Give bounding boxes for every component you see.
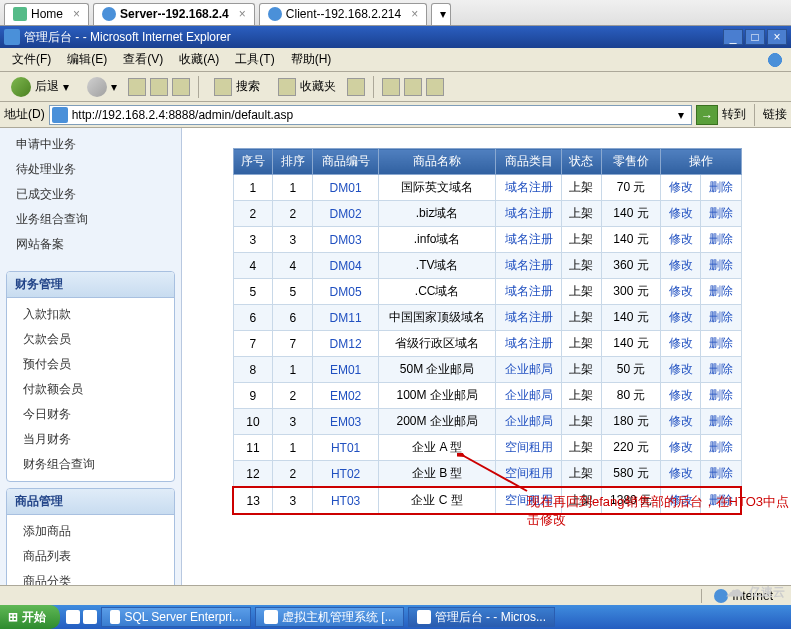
product-code-link[interactable]: DM11: [313, 305, 379, 331]
minimize-button[interactable]: _: [723, 29, 743, 45]
history-icon[interactable]: [347, 78, 365, 96]
menu-file[interactable]: 文件(F): [4, 49, 59, 70]
delete-link[interactable]: 删除: [701, 305, 741, 331]
edit-link[interactable]: 修改: [661, 175, 701, 201]
category-link[interactable]: 域名注册: [496, 279, 562, 305]
task-item[interactable]: SQL Server Enterpri...: [101, 607, 251, 627]
sidebar-item[interactable]: 添加商品: [7, 519, 174, 544]
search-button[interactable]: 搜索: [207, 75, 267, 99]
favorites-button[interactable]: 收藏夹: [271, 75, 343, 99]
delete-link[interactable]: 删除: [701, 461, 741, 488]
sidebar-item[interactable]: 商品列表: [7, 544, 174, 569]
category-link[interactable]: 域名注册: [496, 201, 562, 227]
category-link[interactable]: 企业邮局: [496, 383, 562, 409]
product-code-link[interactable]: HT03: [313, 487, 379, 514]
sidebar-item[interactable]: 已成交业务: [0, 182, 181, 207]
edit-link[interactable]: 修改: [661, 227, 701, 253]
product-code-link[interactable]: DM05: [313, 279, 379, 305]
edit-link[interactable]: 修改: [661, 305, 701, 331]
address-dropdown[interactable]: ▾: [673, 108, 689, 122]
edit-link[interactable]: 修改: [661, 383, 701, 409]
tab-client[interactable]: Client--192.168.2.214×: [259, 3, 427, 25]
edit-link[interactable]: 修改: [661, 461, 701, 488]
delete-link[interactable]: 删除: [701, 227, 741, 253]
sidebar-item[interactable]: 入款扣款: [7, 302, 174, 327]
menu-tools[interactable]: 工具(T): [227, 49, 282, 70]
edit-icon[interactable]: [426, 78, 444, 96]
product-code-link[interactable]: DM01: [313, 175, 379, 201]
refresh-icon[interactable]: [150, 78, 168, 96]
category-link[interactable]: 企业邮局: [496, 357, 562, 383]
edit-link[interactable]: 修改: [661, 279, 701, 305]
close-button[interactable]: ×: [767, 29, 787, 45]
sidebar-item[interactable]: 财务组合查询: [7, 452, 174, 477]
sidebar-item[interactable]: 当月财务: [7, 427, 174, 452]
product-code-link[interactable]: DM12: [313, 331, 379, 357]
tab-home[interactable]: Home×: [4, 3, 89, 25]
edit-link[interactable]: 修改: [661, 357, 701, 383]
edit-link[interactable]: 修改: [661, 435, 701, 461]
edit-link[interactable]: 修改: [661, 201, 701, 227]
category-link[interactable]: 域名注册: [496, 331, 562, 357]
product-code-link[interactable]: EM01: [313, 357, 379, 383]
quick-launch-icon[interactable]: [83, 610, 97, 624]
tab-add[interactable]: ▾: [431, 3, 451, 25]
edit-link[interactable]: 修改: [661, 331, 701, 357]
delete-link[interactable]: 删除: [701, 383, 741, 409]
stop-icon[interactable]: [128, 78, 146, 96]
close-icon[interactable]: ×: [239, 7, 246, 21]
delete-link[interactable]: 删除: [701, 253, 741, 279]
category-link[interactable]: 域名注册: [496, 253, 562, 279]
close-icon[interactable]: ×: [411, 7, 418, 21]
address-input-wrap[interactable]: ▾: [49, 105, 692, 125]
sidebar-item[interactable]: 待处理业务: [0, 157, 181, 182]
sidebar-group-header[interactable]: 商品管理: [7, 489, 174, 515]
sidebar-item[interactable]: 今日财务: [7, 402, 174, 427]
sidebar-item[interactable]: 预付会员: [7, 352, 174, 377]
back-button[interactable]: 后退 ▾: [4, 74, 76, 100]
product-code-link[interactable]: HT02: [313, 461, 379, 488]
delete-link[interactable]: 删除: [701, 201, 741, 227]
menu-favorites[interactable]: 收藏(A): [171, 49, 227, 70]
delete-link[interactable]: 删除: [701, 175, 741, 201]
quick-launch-icon[interactable]: [66, 610, 80, 624]
delete-link[interactable]: 删除: [701, 279, 741, 305]
links-label[interactable]: 链接: [763, 106, 787, 123]
sidebar-item[interactable]: 网站备案: [0, 232, 181, 257]
tab-server[interactable]: Server--192.168.2.4×: [93, 3, 255, 25]
product-code-link[interactable]: EM03: [313, 409, 379, 435]
sidebar-item[interactable]: 申请中业务: [0, 132, 181, 157]
category-link[interactable]: 域名注册: [496, 227, 562, 253]
delete-link[interactable]: 删除: [701, 435, 741, 461]
task-item[interactable]: 虚拟主机管理系统 [...: [255, 607, 404, 627]
delete-link[interactable]: 删除: [701, 331, 741, 357]
product-code-link[interactable]: DM04: [313, 253, 379, 279]
forward-button[interactable]: ▾: [80, 74, 124, 100]
home-icon[interactable]: [172, 78, 190, 96]
sidebar-item[interactable]: 付款额会员: [7, 377, 174, 402]
category-link[interactable]: 企业邮局: [496, 409, 562, 435]
product-code-link[interactable]: DM03: [313, 227, 379, 253]
sidebar-item[interactable]: 欠款会员: [7, 327, 174, 352]
sidebar-group-header[interactable]: 财务管理: [7, 272, 174, 298]
category-link[interactable]: 域名注册: [496, 175, 562, 201]
task-item[interactable]: 管理后台 - - Micros...: [408, 607, 555, 627]
mail-icon[interactable]: [382, 78, 400, 96]
sidebar-item[interactable]: 业务组合查询: [0, 207, 181, 232]
start-button[interactable]: ⊞开始: [0, 605, 60, 629]
edit-link[interactable]: 修改: [661, 409, 701, 435]
delete-link[interactable]: 删除: [701, 409, 741, 435]
product-code-link[interactable]: DM02: [313, 201, 379, 227]
menu-edit[interactable]: 编辑(E): [59, 49, 115, 70]
product-code-link[interactable]: HT01: [313, 435, 379, 461]
menu-help[interactable]: 帮助(H): [283, 49, 340, 70]
category-link[interactable]: 域名注册: [496, 305, 562, 331]
product-code-link[interactable]: EM02: [313, 383, 379, 409]
go-button[interactable]: →: [696, 105, 718, 125]
edit-link[interactable]: 修改: [661, 253, 701, 279]
print-icon[interactable]: [404, 78, 422, 96]
close-icon[interactable]: ×: [73, 7, 80, 21]
address-input[interactable]: [72, 108, 673, 122]
delete-link[interactable]: 删除: [701, 357, 741, 383]
maximize-button[interactable]: □: [745, 29, 765, 45]
